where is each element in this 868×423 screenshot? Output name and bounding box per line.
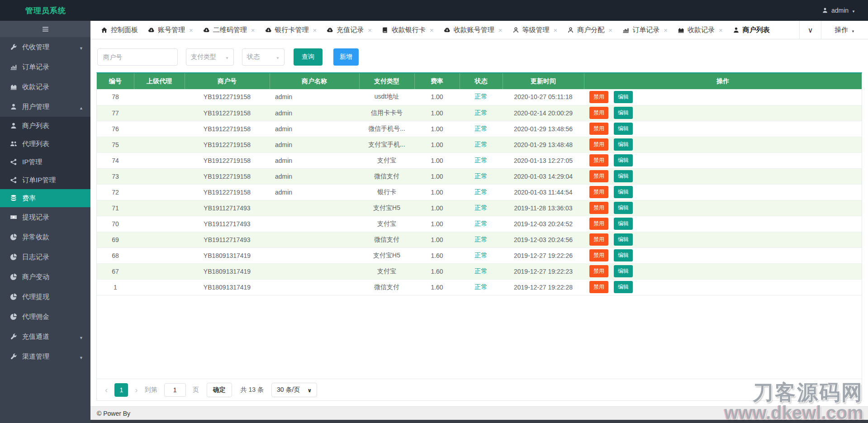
disable-button[interactable]: 禁用 [589, 170, 608, 182]
tab[interactable]: 收款账号管理 [439, 21, 508, 39]
user-menu[interactable]: admin [822, 7, 868, 14]
disable-button[interactable]: 禁用 [589, 265, 608, 277]
cell-parent-agent [134, 232, 185, 247]
sidebar-item[interactable]: 充值通道 [0, 327, 90, 347]
tab[interactable]: 商户分配 [562, 21, 617, 39]
table-header-cell: 支付类型 [359, 73, 414, 89]
sidebar-item[interactable]: 渠道管理 [0, 347, 90, 366]
edit-button[interactable]: 编辑 [614, 186, 633, 198]
edit-button[interactable]: 编辑 [614, 202, 633, 214]
sidebar-item[interactable]: 商户列表 [0, 117, 90, 135]
sidebar-item[interactable]: 费率 [0, 189, 90, 207]
tab-close-icon[interactable] [189, 27, 193, 33]
prev-page-button[interactable]: ‹ [103, 385, 109, 395]
sidebar-item[interactable]: 用户管理 [0, 97, 90, 117]
edit-button[interactable]: 编辑 [614, 107, 633, 119]
disable-button[interactable]: 禁用 [589, 123, 608, 135]
tab-close-icon[interactable] [498, 27, 503, 33]
confirm-button[interactable]: 确定 [207, 383, 232, 397]
disable-button[interactable]: 禁用 [589, 233, 608, 246]
next-page-button[interactable]: › [133, 385, 139, 395]
tab[interactable]: 控制面板 [96, 21, 143, 39]
pay-type-select[interactable]: 支付类型 [186, 48, 234, 66]
add-button[interactable]: 新增 [333, 48, 359, 66]
cell-id: 73 [97, 168, 134, 184]
cell-updated: 2019-11-28 13:36:03 [503, 200, 584, 216]
cell-status: 正常 [460, 200, 503, 216]
disable-button[interactable]: 禁用 [589, 249, 608, 261]
edit-button[interactable]: 编辑 [614, 249, 633, 261]
cell-id: 1 [97, 279, 134, 295]
disable-button[interactable]: 禁用 [589, 218, 608, 230]
table-row: 75 YB19122719158 admin 支付宝手机... 1.00 正常 … [97, 137, 862, 152]
sidebar-item[interactable]: 代理提现 [0, 287, 90, 307]
sidebar-item[interactable]: 代理列表 [0, 135, 90, 153]
disable-button[interactable]: 禁用 [589, 138, 608, 151]
sidebar-item[interactable]: 代收管理 [0, 37, 90, 57]
edit-button[interactable]: 编辑 [614, 91, 633, 103]
tab[interactable]: 充值记录 [322, 21, 377, 39]
cell-rate: 1.00 [414, 216, 460, 232]
tab[interactable]: 等级管理 [508, 21, 563, 39]
cell-actions: 禁用 编辑 [584, 247, 862, 263]
edit-button[interactable]: 编辑 [614, 170, 633, 182]
tab[interactable]: 订单记录 [617, 21, 673, 39]
sidebar-toggle-button[interactable] [0, 21, 90, 37]
tab-close-icon[interactable] [554, 27, 558, 33]
tab[interactable]: 收款记录 [673, 21, 728, 39]
cell-status: 正常 [460, 168, 503, 184]
disable-button[interactable]: 禁用 [589, 91, 608, 103]
tab[interactable]: 商户列表 [728, 21, 775, 39]
sidebar-item[interactable]: 异常收款 [0, 227, 90, 247]
cell-merchant-no: YB18091317419 [185, 279, 270, 295]
page-size-select[interactable]: 30 条/页 [271, 383, 317, 397]
tab-close-icon[interactable] [664, 27, 668, 33]
sidebar-item[interactable]: 收款记录 [0, 77, 90, 97]
edit-button[interactable]: 编辑 [614, 265, 633, 277]
tab-icon [382, 27, 389, 33]
merchant-no-input[interactable] [97, 48, 178, 66]
tab-close-icon[interactable] [719, 27, 723, 33]
disable-button[interactable]: 禁用 [589, 107, 608, 119]
cell-pay-type: 银行卡 [359, 184, 414, 200]
sidebar-item[interactable]: 日志记录 [0, 247, 90, 267]
edit-button[interactable]: 编辑 [614, 281, 633, 293]
edit-button[interactable]: 编辑 [614, 233, 633, 246]
sidebar-item[interactable]: 订单记录 [0, 57, 90, 77]
sidebar-item[interactable]: 提现记录 [0, 207, 90, 227]
tab-close-icon[interactable] [313, 27, 317, 33]
edit-button[interactable]: 编辑 [614, 138, 633, 151]
tab[interactable]: 账号管理 [143, 21, 198, 39]
cell-parent-agent [134, 121, 185, 137]
tab[interactable]: 收款银行卡 [377, 21, 439, 39]
tab[interactable]: 银行卡管理 [260, 21, 322, 39]
tab-icon [733, 27, 740, 33]
edit-button[interactable]: 编辑 [614, 218, 633, 230]
sidebar-item[interactable]: 订单IP管理 [0, 171, 90, 189]
disable-button[interactable]: 禁用 [589, 202, 608, 214]
edit-button[interactable]: 编辑 [614, 154, 633, 166]
status-select[interactable]: 状态 [242, 48, 285, 66]
edit-button[interactable]: 编辑 [614, 123, 633, 135]
actions-dropdown[interactable]: 操作 [821, 21, 868, 39]
tab[interactable]: 二维码管理 [198, 21, 260, 39]
disable-button[interactable]: 禁用 [589, 154, 608, 166]
cell-actions: 禁用 编辑 [584, 121, 862, 137]
sidebar-item[interactable]: 商户变动 [0, 267, 90, 287]
tab-close-icon[interactable] [251, 27, 255, 33]
cell-merchant-no: YB19122719158 [185, 184, 270, 200]
goto-page-input[interactable] [164, 383, 186, 397]
tab-close-icon[interactable] [608, 27, 612, 33]
tab-list-collapse-button[interactable]: ∨ [799, 21, 821, 39]
cell-merchant-name: admin [270, 121, 359, 137]
search-button[interactable]: 查询 [294, 48, 323, 66]
disable-button[interactable]: 禁用 [589, 281, 608, 293]
sidebar-item[interactable]: IP管理 [0, 153, 90, 171]
disable-button[interactable]: 禁用 [589, 186, 608, 198]
current-page-button[interactable]: 1 [114, 383, 128, 397]
cell-status: 正常 [460, 105, 503, 121]
tab-close-icon[interactable] [368, 27, 372, 33]
cell-id: 75 [97, 137, 134, 152]
tab-close-icon[interactable] [430, 27, 434, 33]
sidebar-item[interactable]: 代理佣金 [0, 307, 90, 327]
